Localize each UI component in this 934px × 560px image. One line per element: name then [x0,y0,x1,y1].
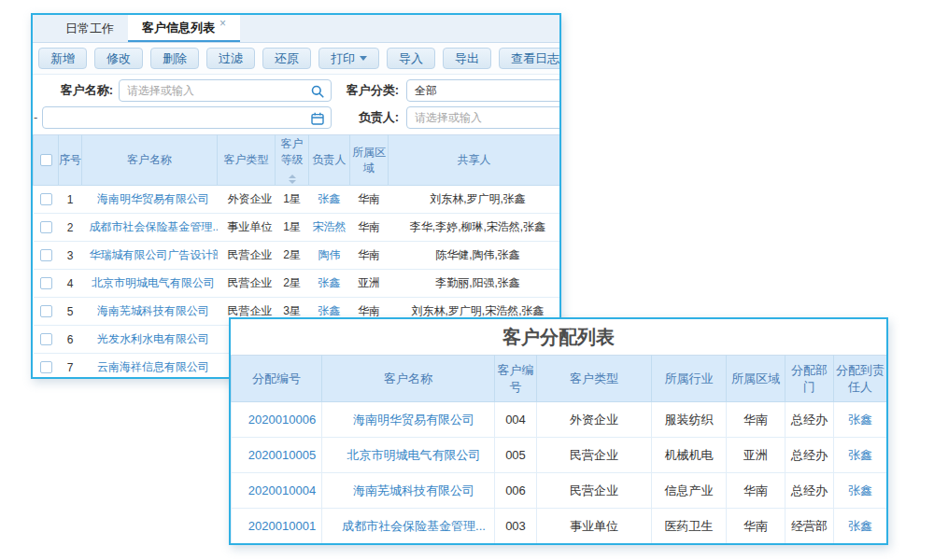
allocation-header-row: 分配编号 客户名称 客户编号 客户类型 所属行业 所属区域 分配部门 分配到责任… [232,356,887,402]
cell-shared: 李勤丽,阳强,张鑫 [389,270,560,298]
delete-button[interactable]: 删除 [150,48,199,69]
cell-region: 华南 [727,473,785,509]
edit-button[interactable]: 修改 [94,48,143,69]
customer-name-link[interactable]: 云南海祥信息有限公司 [82,354,218,380]
cell-type: 事业单位 [218,214,276,242]
owner-link[interactable]: 张鑫 [309,270,350,298]
customer-name-link[interactable]: 海南明华贸易有限公司 [322,402,495,438]
cell-industry: 医药卫生 [652,509,727,544]
restore-button[interactable]: 还原 [262,48,311,69]
header-owner: 负责人 [309,135,350,186]
customer-name-input[interactable]: 请选择或输入 [119,79,332,102]
row-checkbox[interactable] [40,249,52,261]
row-checkbox[interactable] [40,305,52,317]
assign-no-link[interactable]: 2020010001 [232,509,322,544]
cell-region: 华南 [350,214,389,242]
row-checkbox[interactable] [40,193,52,205]
date-input[interactable] [42,106,332,129]
customer-name-link[interactable]: 海南芜城科技有限公司 [82,298,218,326]
header-customer-level[interactable]: 客户等级 [276,135,309,186]
cell-type: 外资企业 [218,186,276,214]
calendar-icon[interactable] [311,111,324,129]
filter-button[interactable]: 过滤 [206,48,255,69]
search-icon[interactable] [311,84,324,102]
row-checkbox[interactable] [40,361,52,373]
header-region: 所属区域 [727,356,785,402]
cell-shared: 李华,李婷,柳琳,宋浩然,张鑫 [389,214,560,242]
customer-name-link[interactable]: 光发水利水电有限公司 [82,326,218,354]
cell-customer-no: 004 [495,402,537,438]
row-checkbox[interactable] [40,333,52,345]
cell-region: 华南 [727,509,785,544]
cell-customer-no: 003 [495,509,537,544]
cell-dept: 总经办 [785,438,834,473]
customer-name-link[interactable]: 成都市社会保险基金管理... [322,509,495,544]
cell-no: 1 [59,186,82,214]
customer-name-link[interactable]: 北京市明城电气有限公司 [82,270,218,298]
assign-no-link[interactable]: 2020010004 [232,473,322,509]
owner-placeholder: 请选择或输入 [415,111,482,124]
header-assignee: 分配到责任人 [834,356,887,402]
customer-name-link[interactable]: 成都市社会保险基金管理... [82,214,218,242]
header-customer-type: 客户类型 [537,356,652,402]
table-row: 2020010006 海南明华贸易有限公司 004 外资企业 服装纺织 华南 总… [232,402,887,438]
header-assign-no: 分配编号 [232,356,322,402]
import-button[interactable]: 导入 [387,48,435,69]
customer-name-link[interactable]: 海南芜城科技有限公司 [322,473,495,509]
assignee-link[interactable]: 张鑫 [834,473,887,509]
table-row: 2020010004 海南芜城科技有限公司 006 民营企业 信息产业 华南 总… [232,473,887,509]
owner-input[interactable]: 请选择或输入 [406,106,561,129]
cell-dept: 总经办 [785,473,834,509]
customer-table-header-row: 序号 客户名称 客户类型 客户等级 负责人 所属区域 共享人 [34,135,560,186]
cell-no: 6 [59,326,82,354]
cell-industry: 服装纺织 [652,402,727,438]
cell-type: 民营企业 [218,270,276,298]
owner-link[interactable]: 宋浩然 [309,214,350,242]
tab-customer-info-list[interactable]: 客户信息列表 × [128,15,240,42]
cell-type: 民营企业 [537,438,652,473]
assignee-link[interactable]: 张鑫 [834,509,887,544]
customer-category-select[interactable]: 全部 [406,79,561,102]
tab-close-icon[interactable]: × [219,17,226,30]
tab-daily-work[interactable]: 日常工作 [51,15,128,42]
allocation-table: 分配编号 客户名称 客户编号 客户类型 所属行业 所属区域 分配部门 分配到责任… [231,355,887,544]
cell-no: 5 [59,298,82,326]
table-row: 1 海南明华贸易有限公司 外资企业 1星 张鑫 华南 刘东林,罗广明,张鑫 [34,186,560,214]
customer-name-link[interactable]: 海南明华贸易有限公司 [82,186,218,214]
add-button[interactable]: 新增 [38,48,87,69]
cell-no: 7 [59,354,82,380]
customer-name-link[interactable]: 华瑞城有限公司广告设计部 [82,242,218,270]
select-all-cell [34,135,59,186]
header-customer-name: 客户名称 [82,135,218,186]
cell-level: 1星 [276,186,309,214]
row-checkbox[interactable] [40,277,52,289]
cell-region: 亚洲 [350,270,389,298]
customer-name-link[interactable]: 北京市明城电气有限公司 [322,438,495,473]
cell-dept: 经营部 [785,509,834,544]
cell-type: 民营企业 [218,242,276,270]
cell-industry: 信息产业 [652,473,727,509]
select-all-checkbox[interactable] [40,154,52,166]
sort-icon[interactable] [289,175,296,184]
cell-industry: 机械机电 [652,438,727,473]
assign-no-link[interactable]: 2020010005 [232,438,322,473]
assign-no-link[interactable]: 2020010006 [232,402,322,438]
cell-level: 1星 [276,214,309,242]
filter-area: 客户名称: 请选择或输入 客户分类: 全部 - [33,75,559,134]
cell-level: 2星 [276,242,309,270]
table-row: 2020010001 成都市社会保险基金管理... 003 事业单位 医药卫生 … [232,509,887,544]
assignee-link[interactable]: 张鑫 [834,402,887,438]
cell-type: 事业单位 [537,509,652,544]
view-log-button[interactable]: 查看日志 [499,48,561,69]
tab-customer-info-label: 客户信息列表 [142,20,215,36]
header-customer-no: 客户编号 [495,356,537,402]
cell-region: 华南 [727,402,785,438]
print-button[interactable]: 打印 [318,48,379,69]
owner-link[interactable]: 陶伟 [309,242,350,270]
row-checkbox[interactable] [40,221,52,233]
chevron-down-icon [360,56,367,61]
cell-customer-no: 005 [495,438,537,473]
export-button[interactable]: 导出 [443,48,491,69]
owner-link[interactable]: 张鑫 [309,186,350,214]
assignee-link[interactable]: 张鑫 [834,438,887,473]
